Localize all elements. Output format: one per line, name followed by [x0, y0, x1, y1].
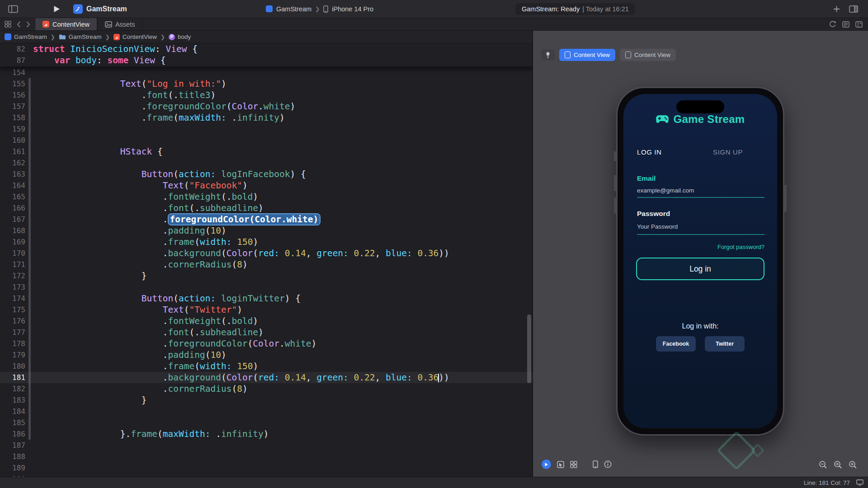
- code-line-185[interactable]: 185: [0, 417, 533, 428]
- breadcrumb-group[interactable]: GamStream: [59, 33, 102, 40]
- line-number[interactable]: 180: [0, 361, 25, 372]
- code-line-162[interactable]: 162: [0, 157, 533, 169]
- code-line-178[interactable]: 178.foregroundColor(Color.white): [0, 338, 533, 349]
- code-line-169[interactable]: 169.frame(width: 150): [0, 236, 533, 248]
- code-line-189[interactable]: 189: [0, 462, 533, 474]
- line-number[interactable]: 189: [0, 462, 25, 474]
- back-button[interactable]: [17, 21, 21, 28]
- code-line-182[interactable]: 182.cornerRadius(8): [0, 383, 533, 394]
- line-number[interactable]: 167: [0, 214, 25, 225]
- line-number[interactable]: 187: [0, 440, 25, 451]
- line-number[interactable]: 162: [0, 157, 25, 169]
- code-line-177[interactable]: 177.font(.subheadline): [0, 327, 533, 338]
- code-line-183[interactable]: 183}: [0, 394, 533, 406]
- password-field[interactable]: Your Password: [637, 223, 678, 230]
- code-line-161[interactable]: 161HStack {: [0, 146, 533, 157]
- breadcrumb-file[interactable]: ContentView: [113, 33, 157, 40]
- line-number[interactable]: 175: [0, 304, 25, 315]
- facebook-button[interactable]: Facebook: [656, 336, 696, 352]
- line-number[interactable]: 172: [0, 270, 25, 282]
- code-line-166[interactable]: 166.font(.subheadline): [0, 202, 533, 214]
- code-line-186[interactable]: 186}.frame(maxWidth: .infinity): [0, 428, 533, 440]
- code-line-179[interactable]: 179.padding(10): [0, 349, 533, 361]
- line-number[interactable]: 184: [0, 406, 25, 417]
- line-number[interactable]: 171: [0, 259, 25, 270]
- code-line-176[interactable]: 176.fontWeight(.bold): [0, 315, 533, 327]
- code-lines[interactable]: 154155Text("Log in with:")156.font(.titl…: [0, 67, 533, 477]
- code-line-184[interactable]: 184: [0, 406, 533, 417]
- line-number[interactable]: 170: [0, 248, 25, 259]
- forgot-password-link[interactable]: Forgot password?: [717, 244, 764, 250]
- scheme-target[interactable]: GamStream: [276, 5, 311, 13]
- line-number[interactable]: 159: [0, 123, 25, 135]
- code-line-190[interactable]: 190: [0, 474, 533, 477]
- line-number[interactable]: 169: [0, 236, 25, 248]
- line-number[interactable]: 168: [0, 225, 25, 236]
- code-line-82[interactable]: 82struct InicioSecionView: View {: [0, 43, 533, 55]
- code-review-icon[interactable]: [829, 21, 836, 28]
- forward-button[interactable]: [26, 21, 30, 28]
- breadcrumb-project[interactable]: GamStream: [5, 33, 47, 40]
- line-number[interactable]: 182: [0, 383, 25, 394]
- pin-preview-button[interactable]: [541, 49, 555, 61]
- email-field[interactable]: example@gmail.com: [637, 187, 694, 194]
- tab-overview-icon[interactable]: [5, 21, 11, 28]
- code-line-165[interactable]: 165.fontWeight(.bold): [0, 191, 533, 202]
- scheme-device[interactable]: iPhone 14 Pro: [332, 5, 373, 13]
- code-line-180[interactable]: 180.frame(width: 150): [0, 361, 533, 372]
- line-number[interactable]: 163: [0, 169, 25, 180]
- line-number[interactable]: 156: [0, 89, 25, 101]
- code-line-164[interactable]: 164Text("Facebook"): [0, 180, 533, 191]
- code-line-156[interactable]: 156.font(.title3): [0, 89, 533, 101]
- line-number[interactable]: 176: [0, 315, 25, 327]
- editor-scrollbar[interactable]: [527, 314, 531, 383]
- device-settings-button[interactable]: [593, 460, 598, 468]
- login-tab[interactable]: LOG IN: [637, 148, 661, 156]
- line-number[interactable]: 164: [0, 180, 25, 191]
- zoom-in-button[interactable]: [849, 460, 857, 469]
- add-editor-icon[interactable]: [855, 21, 863, 28]
- code-line-87[interactable]: 87var body: some View {: [0, 55, 533, 66]
- line-number[interactable]: 183: [0, 394, 25, 406]
- line-number[interactable]: 154: [0, 67, 25, 78]
- code-line-155[interactable]: 155Text("Log in with:"): [0, 78, 533, 89]
- editor-layout-button[interactable]: [849, 5, 858, 13]
- code-line-181[interactable]: 181.background(Color(red: 0.14, green: 0…: [0, 372, 533, 383]
- twitter-button[interactable]: Twitter: [705, 336, 745, 352]
- line-number[interactable]: 155: [0, 78, 25, 89]
- line-number[interactable]: 157: [0, 101, 25, 112]
- code-line-173[interactable]: 173: [0, 282, 533, 293]
- code-line-167[interactable]: 167.foregroundColor(Color.white): [0, 214, 533, 225]
- line-number[interactable]: 174: [0, 293, 25, 304]
- code-line-174[interactable]: 174Button(action: loginTwitter) {: [0, 293, 533, 304]
- line-number[interactable]: 166: [0, 202, 25, 214]
- line-number[interactable]: 179: [0, 349, 25, 361]
- editor-options-icon[interactable]: [842, 21, 849, 28]
- line-number[interactable]: 178: [0, 338, 25, 349]
- preview-chip-active[interactable]: Content View: [559, 49, 615, 61]
- scheme-selector[interactable]: GamStream ❯ iPhone 14 Pro: [266, 5, 373, 13]
- add-button[interactable]: [833, 5, 840, 12]
- line-number[interactable]: 181: [0, 372, 25, 383]
- line-number[interactable]: 173: [0, 282, 25, 293]
- line-number[interactable]: 165: [0, 191, 25, 202]
- code-line-158[interactable]: 158.frame(maxWidth: .infinity): [0, 112, 533, 123]
- code-line-159[interactable]: 159: [0, 123, 533, 135]
- run-button[interactable]: [53, 5, 60, 13]
- code-line-172[interactable]: 172}: [0, 270, 533, 282]
- code-line-168[interactable]: 168.padding(10): [0, 225, 533, 236]
- login-button[interactable]: Log in: [636, 258, 764, 280]
- line-number[interactable]: 160: [0, 135, 25, 146]
- code-line-171[interactable]: 171.cornerRadius(8): [0, 259, 533, 270]
- line-number[interactable]: 188: [0, 451, 25, 462]
- line-number[interactable]: 186: [0, 428, 25, 440]
- line-number[interactable]: 158: [0, 112, 25, 123]
- zoom-out-button[interactable]: [819, 460, 827, 469]
- code-line-157[interactable]: 157.foregroundColor(Color.white): [0, 101, 533, 112]
- code-line-163[interactable]: 163Button(action: logInFacebook) {: [0, 169, 533, 180]
- live-preview-button[interactable]: [542, 460, 551, 469]
- signup-tab[interactable]: SIGN UP: [713, 148, 743, 156]
- zoom-fit-button[interactable]: [834, 460, 842, 469]
- line-number[interactable]: 87: [0, 55, 25, 66]
- tab-contentview[interactable]: ContentView: [35, 18, 97, 30]
